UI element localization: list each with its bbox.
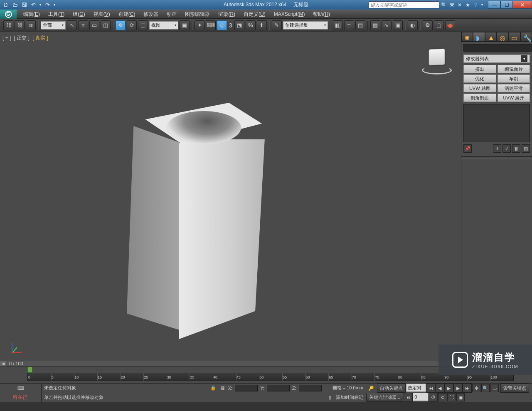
modifier-button-3[interactable]: 车削: [498, 74, 530, 83]
schematic-view-button[interactable]: ▣: [393, 20, 403, 30]
layers-button[interactable]: ▤: [355, 20, 365, 30]
exchange-icon[interactable]: ✕: [456, 2, 463, 8]
named-selection-dropdown[interactable]: 创建选择集▾: [283, 21, 328, 30]
communication-icon[interactable]: ⚒: [448, 2, 455, 8]
lock-selection-icon[interactable]: 🔒: [210, 385, 217, 391]
graphite-ribbon-button[interactable]: ▦: [370, 20, 380, 30]
show-end-result-button[interactable]: Ⅱ: [493, 144, 501, 153]
key-target-field[interactable]: 选定对: [406, 384, 426, 392]
autokey-button[interactable]: 自动关键点: [377, 384, 406, 393]
viewport-timebar[interactable]: ◀ 0 / 100 ▶: [0, 361, 461, 366]
zoom-icon[interactable]: 🔍: [481, 384, 490, 392]
tab-create[interactable]: ✸: [461, 32, 473, 42]
modifier-button-7[interactable]: UVW 展开: [498, 94, 530, 102]
window-crossing-button[interactable]: ◫: [101, 20, 111, 30]
select-scale-button[interactable]: ⬚: [138, 20, 148, 30]
select-move-button[interactable]: ✥: [116, 20, 126, 30]
coord-y-input[interactable]: [267, 385, 290, 391]
align-button[interactable]: ≑: [344, 20, 354, 30]
favorite-icon[interactable]: ★: [464, 2, 471, 8]
add-time-tag[interactable]: 添加时间标记: [336, 394, 363, 401]
orbit-icon[interactable]: ⟲: [438, 393, 446, 401]
play-icon[interactable]: ▶: [444, 384, 453, 393]
render-setup-button[interactable]: ⚙: [423, 20, 433, 30]
window-maximize-button[interactable]: ☐: [500, 1, 513, 9]
goto-start-icon[interactable]: ⏮: [426, 384, 435, 393]
zoom-all-icon[interactable]: ⛶: [447, 393, 456, 401]
select-rotate-button[interactable]: ⟳: [127, 20, 137, 30]
menu-animation[interactable]: 动画: [163, 10, 181, 18]
undo-icon[interactable]: ↶: [29, 1, 37, 9]
modifier-button-6[interactable]: 倒角剖面: [463, 94, 496, 102]
keyboard-shortcut-button[interactable]: ⌨: [206, 20, 216, 30]
modifier-list-dropdown[interactable]: 修改器列表▾: [463, 54, 530, 63]
pin-stack-button[interactable]: 📌: [463, 144, 472, 153]
pivot-center-button[interactable]: ▣: [180, 20, 190, 30]
mini-listener-icon[interactable]: [0, 367, 9, 376]
viewcube[interactable]: [425, 49, 448, 72]
coord-x-input[interactable]: [235, 385, 258, 391]
bind-spacewarp-button[interactable]: ≋: [26, 20, 36, 30]
key-mode-icon[interactable]: 🔑: [366, 384, 377, 393]
viewport-label[interactable]: [ + ] [ 正交 ] [ 真实 ]: [2, 35, 48, 42]
menu-create[interactable]: 创建(C): [114, 10, 140, 18]
menu-help[interactable]: 帮助(H): [309, 10, 334, 18]
select-object-button[interactable]: ↖: [67, 20, 77, 30]
new-file-icon[interactable]: 🗋: [2, 1, 10, 9]
time-tag-icon[interactable]: ▯: [327, 394, 333, 401]
object-name-input[interactable]: [463, 44, 532, 52]
scroll-left-icon[interactable]: ◀: [0, 361, 6, 366]
help-drop-icon[interactable]: ▾: [480, 2, 484, 8]
key-filters-button[interactable]: 关键点过滤器...: [366, 393, 403, 402]
modifier-button-5[interactable]: 涡轮平滑: [498, 84, 530, 92]
menu-render[interactable]: 渲染(R): [214, 10, 239, 18]
modifier-button-2[interactable]: 优化: [463, 74, 496, 83]
tab-display[interactable]: ▭: [508, 32, 520, 42]
redo-icon[interactable]: ↷: [43, 1, 52, 9]
manipulate-button[interactable]: ✦: [195, 20, 204, 30]
angle-snap-button[interactable]: ⬔: [234, 20, 244, 30]
save-file-icon[interactable]: 🖫: [20, 1, 28, 9]
setkey-button[interactable]: 设置关键点: [500, 384, 529, 393]
absolute-mode-icon[interactable]: ▦: [219, 385, 226, 391]
snap-toggle-button[interactable]: ◎: [217, 20, 227, 30]
viewport[interactable]: [ + ] [ 正交 ] [ 真实 ] ◀ 0 / 100 ▶: [0, 32, 461, 366]
modifier-stack[interactable]: [463, 104, 530, 142]
selection-filter-dropdown[interactable]: 全部▾: [41, 21, 66, 30]
link-button[interactable]: ⛓: [3, 20, 13, 30]
current-frame-field[interactable]: 0: [413, 393, 429, 401]
menu-edit[interactable]: 编辑(E): [19, 10, 44, 18]
tab-motion[interactable]: ◎: [497, 32, 508, 42]
menu-graph[interactable]: 图形编辑器: [181, 10, 214, 18]
maximize-viewport-icon[interactable]: ▣: [456, 393, 465, 401]
redo-drop-icon[interactable]: ▾: [52, 1, 57, 9]
fov-icon[interactable]: ▭: [490, 384, 499, 392]
edit-named-sel-button[interactable]: ✎: [272, 20, 282, 30]
menu-tools[interactable]: 工具(T): [44, 10, 69, 18]
search-binoculars-icon[interactable]: 🔍: [441, 2, 447, 8]
modifier-button-1[interactable]: 编辑面片: [498, 65, 530, 73]
menu-customize[interactable]: 自定义(U): [239, 10, 270, 18]
modifier-button-4[interactable]: UVW 贴图: [463, 84, 496, 92]
menu-modifiers[interactable]: 修改器: [139, 10, 163, 18]
mirror-button[interactable]: ▮▯: [333, 20, 343, 30]
key-step-icon[interactable]: ⏯: [404, 393, 413, 402]
prev-frame-icon[interactable]: ◀: [435, 384, 444, 393]
search-input[interactable]: [369, 1, 439, 8]
undo-drop-icon[interactable]: ▾: [38, 1, 42, 9]
select-by-name-button[interactable]: ≡: [78, 20, 88, 30]
window-close-button[interactable]: ✕: [513, 1, 532, 9]
make-unique-button[interactable]: ✓: [502, 144, 511, 153]
menu-maxscript[interactable]: MAXScript(M): [270, 10, 309, 18]
coord-z-input[interactable]: [299, 385, 322, 391]
tab-hierarchy[interactable]: ▲: [485, 32, 497, 42]
ref-coord-dropdown[interactable]: 视图▾: [149, 21, 178, 30]
render-frame-button[interactable]: ▢: [434, 20, 444, 30]
time-config-icon[interactable]: ⏱: [429, 393, 438, 402]
pan-view-icon[interactable]: ✥: [472, 384, 480, 392]
help-icon[interactable]: ?: [472, 2, 479, 8]
remove-modifier-button[interactable]: 🗑: [512, 144, 520, 153]
next-frame-icon[interactable]: ▶: [453, 384, 463, 393]
open-file-icon[interactable]: 🗁: [11, 1, 19, 9]
modifier-button-0[interactable]: 挤出: [463, 65, 496, 73]
